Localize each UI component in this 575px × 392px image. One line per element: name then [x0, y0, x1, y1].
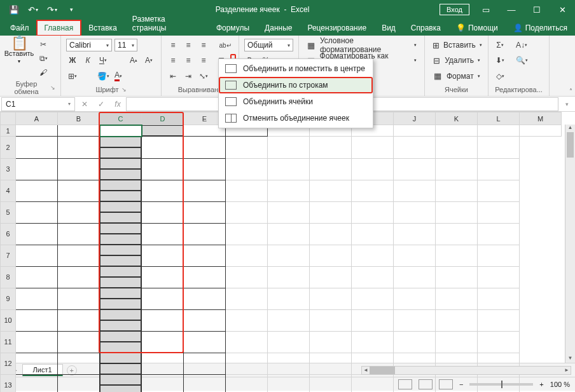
cell[interactable]: [394, 125, 436, 137]
vertical-scrollbar[interactable]: ▲ ▼: [565, 125, 575, 363]
cell[interactable]: [226, 309, 268, 331]
cell[interactable]: [436, 331, 478, 353]
cell[interactable]: [142, 180, 184, 201]
merge-across-item[interactable]: Объединить по строкам: [219, 77, 373, 93]
tab-page-layout[interactable]: Разметка страницы: [125, 11, 209, 36]
tab-review[interactable]: Рецензирование: [300, 20, 374, 36]
cell[interactable]: [100, 299, 141, 309]
cell[interactable]: [184, 137, 226, 159]
paste-button[interactable]: 📋 Вставить ▾: [5, 38, 33, 79]
cell[interactable]: [268, 353, 310, 374]
cell[interactable]: [184, 201, 226, 223]
cell[interactable]: [184, 374, 226, 392]
sign-in-button[interactable]: Вход: [440, 4, 469, 15]
column-header[interactable]: C: [100, 112, 142, 125]
grow-font-button[interactable]: A▴: [127, 54, 140, 67]
tell-me-button[interactable]: 💡 Помощи: [448, 20, 506, 36]
tab-formulas[interactable]: Формулы: [209, 20, 257, 36]
merge-and-center-item[interactable]: Объединить и поместить в центре: [219, 60, 373, 77]
cell[interactable]: [142, 125, 183, 136]
cell[interactable]: [436, 245, 478, 266]
zoom-slider[interactable]: [469, 383, 533, 386]
cell[interactable]: [436, 266, 478, 288]
insert-cells-button[interactable]: ⊞Вставить▾: [430, 38, 483, 52]
undo-button[interactable]: ↶▾: [24, 2, 42, 17]
row-header[interactable]: 4: [1, 180, 16, 201]
cell[interactable]: [478, 331, 520, 353]
cell[interactable]: [478, 266, 520, 288]
format-cells-button[interactable]: ▦Формат▾: [430, 69, 483, 83]
cell[interactable]: [436, 137, 478, 159]
worksheet-grid[interactable]: ABCDEFGHIJKLM1234567891011121314151617 ▲…: [0, 112, 575, 363]
cell[interactable]: [352, 137, 394, 159]
cell[interactable]: [184, 353, 226, 374]
cell[interactable]: [16, 309, 58, 331]
cell[interactable]: [100, 266, 141, 277]
row-header[interactable]: 9: [1, 288, 16, 309]
cell[interactable]: [58, 201, 100, 223]
cell[interactable]: [520, 125, 562, 137]
cell[interactable]: [268, 331, 310, 353]
find-select-button[interactable]: 🔍▾: [515, 54, 528, 67]
cell[interactable]: [100, 180, 141, 191]
clear-button[interactable]: ◇▾: [494, 70, 506, 83]
number-format-selector[interactable]: Общий: [244, 39, 293, 51]
align-middle-button[interactable]: ≡: [182, 39, 195, 51]
cell[interactable]: [352, 331, 394, 353]
cell[interactable]: [394, 245, 436, 266]
cell[interactable]: [100, 331, 141, 342]
cell[interactable]: [436, 158, 478, 180]
cell[interactable]: [310, 374, 352, 392]
cell[interactable]: [310, 158, 352, 180]
cell[interactable]: [184, 288, 226, 309]
merge-cells-item[interactable]: Объединить ячейки: [219, 93, 373, 110]
cell[interactable]: [142, 245, 184, 266]
cell[interactable]: [100, 125, 142, 137]
cell[interactable]: [100, 137, 141, 147]
row-header[interactable]: 3: [1, 158, 16, 180]
cell[interactable]: [16, 331, 58, 353]
cell[interactable]: [268, 309, 310, 331]
align-top-button[interactable]: ≡: [167, 39, 179, 51]
cell[interactable]: [100, 363, 141, 374]
cell[interactable]: [268, 374, 310, 392]
cell[interactable]: [184, 223, 226, 245]
cell[interactable]: [310, 137, 352, 159]
cell[interactable]: [100, 169, 141, 180]
cell[interactable]: [268, 288, 310, 309]
cell[interactable]: [394, 309, 436, 331]
cell[interactable]: [58, 158, 100, 180]
cell[interactable]: [436, 201, 478, 223]
fill-color-button[interactable]: 🪣▾: [97, 70, 109, 83]
cell[interactable]: [142, 374, 184, 392]
autosum-button[interactable]: Σ▾: [494, 39, 506, 51]
row-header[interactable]: 2: [1, 137, 16, 159]
row-header[interactable]: 6: [1, 223, 16, 245]
font-color-button[interactable]: A▾: [112, 70, 125, 83]
tab-help[interactable]: Справка: [403, 20, 448, 36]
column-header[interactable]: A: [16, 112, 58, 125]
fx-button[interactable]: fx: [109, 100, 126, 109]
cell[interactable]: [58, 223, 100, 245]
row-header[interactable]: 13: [1, 374, 16, 392]
cell[interactable]: [142, 288, 184, 309]
cell[interactable]: [142, 158, 184, 180]
cell[interactable]: [100, 245, 141, 255]
tab-insert[interactable]: Вставка: [81, 20, 125, 36]
cell[interactable]: [100, 342, 141, 353]
cell[interactable]: [352, 374, 394, 392]
tab-view[interactable]: Вид: [374, 20, 403, 36]
cell[interactable]: [100, 374, 141, 385]
sort-filter-button[interactable]: A↓▾: [515, 39, 528, 51]
cell[interactable]: [310, 245, 352, 266]
cell[interactable]: [16, 158, 58, 180]
cell[interactable]: [394, 266, 436, 288]
cut-button[interactable]: ✂: [37, 38, 50, 51]
cell[interactable]: [58, 180, 100, 201]
orientation-button[interactable]: ⤡▾: [197, 70, 210, 83]
cell[interactable]: [58, 125, 100, 137]
row-header[interactable]: 7: [1, 245, 16, 266]
row-header[interactable]: 8: [1, 266, 16, 288]
underline-button[interactable]: Ч▾: [97, 54, 109, 67]
cell[interactable]: [352, 288, 394, 309]
